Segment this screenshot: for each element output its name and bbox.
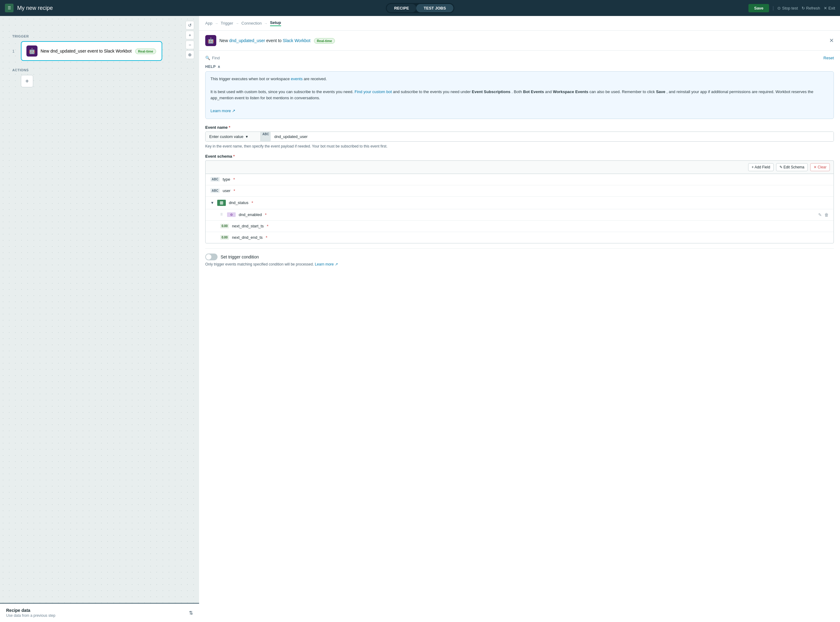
- breadcrumb: App → Trigger → Connection → Setup: [199, 16, 840, 31]
- trigger-condition-hint: Only trigger events matching specified c…: [205, 262, 834, 267]
- canvas-refresh-btn[interactable]: ↺: [186, 21, 194, 29]
- add-action-button[interactable]: +: [21, 75, 33, 87]
- setup-text-new: New: [219, 38, 229, 43]
- setup-text-mid: event to: [266, 38, 283, 43]
- help-events-link[interactable]: events: [291, 76, 303, 81]
- help-label: HELP: [205, 64, 216, 69]
- dnd-enabled-field-required: *: [265, 212, 266, 217]
- trigger-condition-learn-more[interactable]: Learn more ↗: [315, 262, 338, 267]
- recipe-data-expand-icon[interactable]: ⇅: [189, 610, 193, 616]
- dnd-enabled-edit-btn[interactable]: ✎: [818, 212, 822, 217]
- schema-field-dnd-enabled: ⠿ ⊙ dnd_enabled * ✎ 🗑: [205, 209, 834, 221]
- trigger-condition-label: Set trigger condition: [221, 255, 259, 259]
- event-name-section: Event name * Enter custom value ▾ ABC Ke…: [205, 125, 834, 149]
- refresh-button[interactable]: ↻ Refresh: [802, 6, 820, 11]
- setup-event-link[interactable]: dnd_updated_user: [229, 38, 265, 43]
- dnd-status-expand-icon[interactable]: ▼: [210, 201, 214, 205]
- find-reset-bar: 🔍 Find Reset: [205, 56, 834, 60]
- schema-field-dnd-status: ▼ ⊞ dnd_status *: [205, 197, 834, 209]
- setup-realtime-badge: Real-time: [314, 38, 335, 44]
- dnd-enabled-field-icon: ⊙: [227, 212, 236, 217]
- event-schema-section: Event schema * + Add Field ✎ Edit Schema…: [205, 154, 834, 243]
- trigger-condition-toggle[interactable]: [205, 253, 218, 260]
- find-input-area[interactable]: 🔍 Find: [205, 56, 220, 60]
- setup-body: 🔍 Find Reset HELP ∧ This trigger execute…: [199, 51, 840, 622]
- breadcrumb-trigger[interactable]: Trigger: [221, 21, 233, 26]
- stop-test-button[interactable]: ⊙ Stop test: [777, 6, 797, 11]
- schema-fields: ABC type * ABC user * ▼ ⊞ dnd_status: [205, 174, 834, 243]
- type-field-icon: ABC: [210, 177, 220, 181]
- edit-schema-button[interactable]: ✎ Edit Schema: [776, 163, 808, 171]
- breadcrumb-arrow-1: →: [215, 21, 218, 25]
- dnd-enabled-field-name: dnd_enabled: [239, 212, 262, 217]
- next-end-field-name: next_dnd_end_ts: [232, 235, 263, 240]
- dnd-status-field-icon: ⊞: [217, 200, 226, 206]
- help-learn-more-link[interactable]: Learn more ↗: [210, 108, 235, 113]
- trigger-description: New dnd_updated_user event to Slack Work…: [41, 49, 156, 53]
- event-name-type-badge: ABC: [261, 132, 271, 141]
- exit-button[interactable]: ✕ Exit: [824, 6, 835, 11]
- dnd-enabled-field-actions: ✎ 🗑: [818, 212, 829, 217]
- user-field-name: user: [223, 188, 230, 193]
- breadcrumb-app[interactable]: App: [205, 21, 212, 26]
- tab-recipe[interactable]: RECIPE: [387, 4, 416, 12]
- event-name-required: *: [229, 125, 230, 130]
- help-collapse-icon: ∧: [218, 64, 221, 69]
- schema-field-next-end: 0.00 next_dnd_end_ts *: [205, 232, 834, 243]
- trigger-condition-row: Set trigger condition: [205, 253, 834, 260]
- event-schema-label: Event schema *: [205, 154, 834, 159]
- trigger-condition-section: Set trigger condition Only trigger event…: [205, 248, 834, 271]
- top-navigation: ☰ My new recipe RECIPE TEST JOBS Save | …: [0, 0, 840, 16]
- event-name-input-row: Enter custom value ▾ ABC: [205, 131, 834, 142]
- canvas-fit-btn[interactable]: ⊕: [186, 50, 194, 59]
- logo-icon: ☰: [8, 6, 11, 10]
- recipe-data-panel: Recipe data Use data from a previous ste…: [0, 603, 199, 622]
- setup-app-icon: 🤖: [205, 35, 216, 46]
- user-field-required: *: [233, 188, 235, 193]
- recipe-title: My new recipe: [17, 5, 53, 11]
- trigger-card[interactable]: 🤖 New dnd_updated_user event to Slack Wo…: [21, 41, 162, 61]
- nav-divider: |: [773, 6, 774, 11]
- trigger-realtime-badge: Real-time: [135, 49, 156, 54]
- exit-icon: ✕: [824, 6, 827, 11]
- trigger-text-event: event to: [88, 49, 104, 53]
- reset-button[interactable]: Reset: [823, 56, 834, 60]
- setup-close-button[interactable]: ✕: [829, 37, 834, 44]
- app-logo: ☰: [5, 4, 14, 12]
- trigger-block: 1 🤖 New dnd_updated_user event to Slack …: [12, 41, 187, 61]
- stop-icon: ⊙: [777, 6, 781, 11]
- help-paragraph-1: This trigger executes when bot or worksp…: [210, 76, 829, 82]
- search-icon: 🔍: [205, 56, 210, 60]
- user-field-icon: ABC: [210, 188, 220, 193]
- dnd-status-field-name: dnd_status: [229, 200, 248, 205]
- event-name-select-value: Enter custom value: [209, 134, 243, 139]
- chevron-down-icon: ▾: [246, 134, 248, 139]
- schema-field-user: ABC user *: [205, 185, 834, 197]
- schema-field-next-start: 0.00 next_dnd_start_ts *: [205, 221, 834, 232]
- find-label: Find: [212, 56, 220, 60]
- add-field-button[interactable]: + Add Field: [748, 163, 773, 171]
- event-schema-required: *: [233, 154, 235, 159]
- event-name-value-input[interactable]: [271, 132, 834, 141]
- dnd-enabled-delete-btn[interactable]: 🗑: [824, 212, 829, 217]
- event-name-select[interactable]: Enter custom value ▾: [205, 132, 261, 141]
- breadcrumb-connection[interactable]: Connection: [242, 21, 262, 26]
- next-end-field-required: *: [266, 235, 267, 240]
- help-content: This trigger executes when bot or worksp…: [205, 71, 834, 119]
- setup-title: New dnd_updated_user event to Slack Work…: [219, 38, 826, 43]
- save-button[interactable]: Save: [749, 4, 769, 12]
- help-header[interactable]: HELP ∧: [205, 64, 834, 69]
- canvas-zoom-in-btn[interactable]: +: [186, 31, 194, 39]
- tab-test-jobs[interactable]: TEST JOBS: [416, 4, 453, 12]
- recipe-data-subtitle: Use data from a previous step: [6, 613, 55, 618]
- next-start-field-required: *: [267, 224, 268, 229]
- dnd-status-field-required: *: [252, 200, 253, 205]
- breadcrumb-setup[interactable]: Setup: [270, 20, 281, 26]
- canvas-zoom-out-btn[interactable]: −: [186, 41, 194, 49]
- setup-app-link[interactable]: Slack Workbot: [283, 38, 310, 43]
- trigger-section-label: TRIGGER: [12, 34, 187, 38]
- help-find-bot-link[interactable]: Find your custom bot: [355, 90, 392, 94]
- recipe-canvas: ↺ + − ⊕ TRIGGER 1 🤖 New dnd_updated_user…: [0, 16, 199, 622]
- next-end-field-icon: 0.00: [220, 235, 229, 240]
- clear-schema-button[interactable]: ✕ Clear: [810, 163, 830, 171]
